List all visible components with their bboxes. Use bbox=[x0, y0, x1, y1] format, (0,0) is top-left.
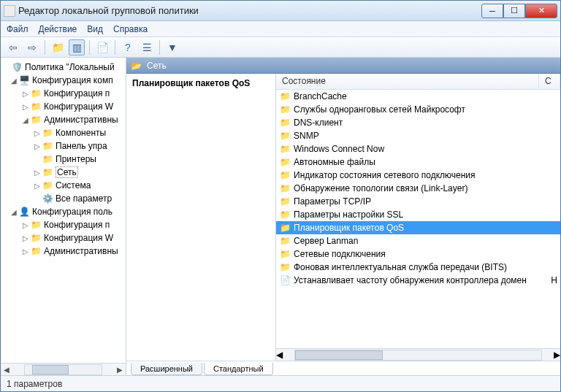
list-item-extra: Н bbox=[542, 275, 557, 285]
menu-file[interactable]: Файл bbox=[7, 24, 28, 34]
scroll-right-icon[interactable]: ▶ bbox=[554, 350, 560, 360]
list-item-label: Сетевые подключения bbox=[294, 249, 386, 259]
folder-icon: 📁 bbox=[279, 131, 291, 141]
menu-view[interactable]: Вид bbox=[87, 24, 103, 34]
list-item-label: Планировщик пакетов QoS bbox=[294, 223, 404, 233]
tree-item[interactable]: ▷📁Конфигурация W bbox=[1, 231, 126, 245]
folder-icon: 📁 bbox=[30, 246, 42, 256]
menu-action[interactable]: Действие bbox=[39, 24, 77, 34]
folder-open-icon: 📂 bbox=[131, 61, 142, 71]
tree-item[interactable]: 📁Принтеры bbox=[1, 153, 126, 166]
tab-extended[interactable]: Расширенный bbox=[131, 363, 202, 375]
menubar: Файл Действие Вид Справка bbox=[1, 21, 560, 37]
minimize-button[interactable]: ─ bbox=[481, 4, 503, 18]
list-item-label: SNMP bbox=[294, 131, 319, 141]
column-headers: Состояние С bbox=[276, 74, 560, 90]
tree-item[interactable]: ⚙️Все параметр bbox=[1, 192, 126, 205]
list-item[interactable]: 📁Обнаружение топологии связи (Link-Layer… bbox=[276, 182, 560, 195]
scroll-right-icon[interactable]: ▶ bbox=[114, 366, 126, 374]
back-button[interactable]: ⇦ bbox=[5, 39, 21, 55]
folder-up-icon: 📁 bbox=[52, 42, 64, 53]
list-item[interactable]: 📁Сервер Lanman bbox=[276, 234, 560, 247]
tree-admin-templates[interactable]: ◢📁Административны bbox=[1, 113, 126, 126]
tree-item[interactable]: ▷📁Компоненты bbox=[1, 126, 126, 139]
folder-icon: 📁 bbox=[30, 88, 42, 99]
list-item-label: BranchCache bbox=[294, 91, 347, 101]
list-column: Состояние С 📁BranchCache📁Службы одноранг… bbox=[276, 74, 560, 361]
folder-icon: 📁 bbox=[279, 236, 291, 246]
folder-icon: 📁 bbox=[279, 210, 291, 220]
tree-item[interactable]: ▷📁Система bbox=[1, 179, 126, 192]
folder-icon: 📁 bbox=[279, 249, 291, 259]
list-item[interactable]: 📁Параметры настройки SSL bbox=[276, 208, 560, 221]
tree-user-config[interactable]: ◢👤Конфигурация поль bbox=[1, 205, 126, 218]
list-item[interactable]: 📁DNS-клиент bbox=[276, 116, 560, 129]
app-icon bbox=[4, 5, 15, 17]
list-item[interactable]: 📁Планировщик пакетов QoS bbox=[276, 221, 560, 234]
settings-icon: ⚙️ bbox=[42, 193, 53, 204]
scroll-track[interactable] bbox=[294, 350, 542, 361]
list-item-label: Параметры настройки SSL bbox=[294, 210, 403, 220]
properties-button[interactable]: ☰ bbox=[139, 39, 155, 55]
folder-icon: 📁 bbox=[279, 91, 291, 101]
separator bbox=[115, 40, 115, 55]
list-item-label: Сервер Lanman bbox=[294, 236, 358, 246]
menu-help[interactable]: Справка bbox=[113, 24, 148, 34]
column-state[interactable]: Состояние bbox=[276, 74, 539, 89]
folder-icon: 📁 bbox=[279, 104, 291, 115]
column-second[interactable]: С bbox=[539, 74, 560, 89]
folder-icon: 📁 bbox=[279, 183, 291, 193]
filter-button[interactable]: ▼ bbox=[164, 39, 180, 55]
list-item[interactable]: 📄Устанавливает частоту обнаружения контр… bbox=[276, 274, 560, 287]
tree-item[interactable]: ▷📁Конфигурация п bbox=[1, 218, 126, 231]
list-item[interactable]: 📁Индикатор состояния сетевого подключени… bbox=[276, 169, 560, 182]
path-header: 📂 Сеть bbox=[126, 58, 560, 74]
list-hscrollbar[interactable]: ◀ ▶ bbox=[276, 348, 560, 361]
scroll-thumb[interactable] bbox=[295, 350, 383, 360]
list-scroll[interactable]: 📁BranchCache📁Службы одноранговых сетей М… bbox=[276, 90, 560, 348]
tree-computer-config[interactable]: ◢🖥️Конфигурация комп bbox=[1, 74, 126, 87]
tab-standard[interactable]: Стандартный bbox=[204, 363, 273, 375]
list-item[interactable]: 📁SNMP bbox=[276, 129, 560, 142]
list-item-label: Обнаружение топологии связи (Link-Layer) bbox=[294, 183, 468, 193]
scroll-left-icon[interactable]: ◀ bbox=[276, 350, 283, 360]
help-button[interactable]: ? bbox=[120, 39, 136, 55]
list-item[interactable]: 📁Windows Connect Now bbox=[276, 142, 560, 155]
forward-button[interactable]: ⇨ bbox=[24, 39, 40, 55]
computer-icon: 🖥️ bbox=[18, 75, 30, 85]
tree-item[interactable]: ▷📁Панель упра bbox=[1, 139, 126, 153]
list-item[interactable]: 📁Сетевые подключения bbox=[276, 247, 560, 261]
tree-network[interactable]: ▷📁Сеть bbox=[1, 166, 126, 179]
titlebar[interactable]: Редактор локальной групповой политики ─ … bbox=[1, 1, 560, 21]
tree-root[interactable]: 🛡️Политика "Локальный bbox=[1, 61, 126, 74]
folder-icon: 📁 bbox=[42, 167, 53, 177]
list-item-label: Службы одноранговых сетей Майкрософт bbox=[294, 104, 465, 115]
document-icon: 📄 bbox=[279, 275, 291, 285]
help-icon: ? bbox=[125, 42, 131, 53]
tree-scroll[interactable]: 🛡️Политика "Локальный ◢🖥️Конфигурация ко… bbox=[1, 58, 126, 363]
list-item[interactable]: 📁Параметры TCP/IP bbox=[276, 195, 560, 208]
folder-icon: 📁 bbox=[30, 220, 42, 230]
folder-icon: 📁 bbox=[279, 196, 291, 207]
list-item-label: Параметры TCP/IP bbox=[294, 196, 371, 207]
maximize-button[interactable]: ☐ bbox=[503, 4, 525, 18]
close-button[interactable]: ✕ bbox=[525, 4, 557, 18]
up-button[interactable]: 📁 bbox=[50, 39, 66, 55]
window: Редактор локальной групповой политики ─ … bbox=[0, 0, 561, 392]
show-tree-button[interactable]: ▥ bbox=[69, 39, 85, 55]
list-item[interactable]: 📁Службы одноранговых сетей Майкрософт bbox=[276, 103, 560, 116]
tree-item[interactable]: ▷📁Конфигурация W bbox=[1, 100, 126, 113]
export-button[interactable]: 📄 bbox=[94, 39, 110, 55]
tree-item[interactable]: ▷📁Административны bbox=[1, 245, 126, 258]
list-item[interactable]: 📁Автономные файлы bbox=[276, 155, 560, 169]
scroll-thumb[interactable] bbox=[32, 365, 69, 374]
properties-icon: ☰ bbox=[142, 42, 152, 53]
scroll-left-icon[interactable]: ◀ bbox=[1, 366, 12, 374]
list-item[interactable]: 📁BranchCache bbox=[276, 90, 560, 103]
selected-item-title: Планировщик пакетов QoS bbox=[132, 78, 270, 88]
tree-hscrollbar[interactable]: ◀ ▶ bbox=[1, 363, 126, 375]
folder-icon: 📁 bbox=[42, 154, 53, 164]
scroll-track[interactable] bbox=[24, 364, 102, 375]
tree-item[interactable]: ▷📁Конфигурация п bbox=[1, 87, 126, 100]
list-item[interactable]: 📁Фоновая интеллектуальная служба передач… bbox=[276, 261, 560, 274]
